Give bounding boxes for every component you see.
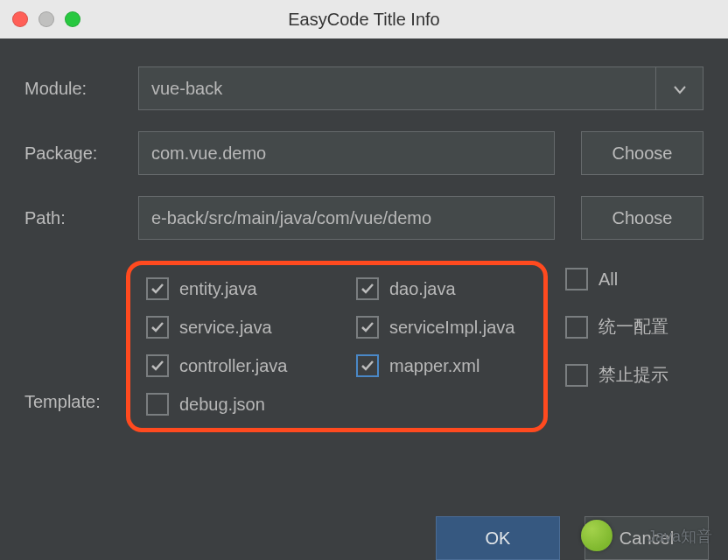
ok-button[interactable]: OK [436, 516, 560, 560]
package-value: com.vue.demo [151, 144, 266, 164]
chevron-down-icon [674, 79, 686, 99]
checkbox-icon [146, 316, 169, 339]
checkbox-icon [146, 393, 169, 416]
checkbox-label: mapper.xml [389, 356, 480, 376]
package-label: Package: [24, 144, 138, 164]
watermark-icon [581, 520, 612, 551]
checkbox-label: debug.json [179, 395, 265, 415]
template-label: Template: [24, 392, 138, 412]
checkbox-icon [356, 277, 379, 300]
path-value: e-back/src/main/java/com/vue/demo [151, 208, 431, 228]
checkbox-label: All [598, 270, 618, 290]
template-highlight: entity.javadao.javaservice.javaserviceIm… [126, 261, 548, 432]
checkbox-label: serviceImpl.java [389, 318, 514, 338]
window-title: EasyCode Title Info [0, 10, 728, 30]
template-option-checkbox[interactable]: 禁止提示 [565, 363, 668, 387]
module-value: vue-back [151, 79, 655, 99]
checkbox-label: service.java [179, 318, 272, 338]
module-dropdown-button[interactable] [655, 67, 703, 109]
template-checkbox[interactable]: controller.java [146, 354, 356, 377]
module-label: Module: [24, 79, 138, 99]
template-options: All统一配置禁止提示 [565, 268, 668, 387]
template-grid: entity.javadao.javaservice.javaserviceIm… [146, 277, 529, 416]
path-input[interactable]: e-back/src/main/java/com/vue/demo [138, 196, 555, 240]
template-option-checkbox[interactable]: 统一配置 [565, 315, 668, 339]
template-checkbox[interactable]: debug.json [146, 393, 356, 416]
checkbox-label: 统一配置 [598, 315, 668, 339]
template-checkbox[interactable]: service.java [146, 316, 356, 339]
watermark-text: Java知音 [648, 526, 712, 547]
module-select[interactable]: vue-back [138, 66, 704, 110]
template-checkbox[interactable]: dao.java [356, 277, 531, 300]
template-checkbox[interactable]: mapper.xml [356, 354, 531, 377]
content: Module: vue-back Package: com.vue.demo C… [0, 38, 728, 452]
checkbox-label: controller.java [179, 356, 287, 376]
checkbox-icon [565, 364, 588, 387]
path-label: Path: [24, 208, 138, 228]
template-option-checkbox[interactable]: All [565, 268, 668, 290]
template-checkbox[interactable]: entity.java [146, 277, 356, 300]
checkbox-label: entity.java [179, 279, 257, 299]
package-choose-button[interactable]: Choose [581, 131, 704, 175]
checkbox-icon [146, 354, 169, 377]
checkbox-icon [146, 277, 169, 300]
titlebar: EasyCode Title Info [0, 0, 728, 38]
package-input[interactable]: com.vue.demo [138, 131, 555, 175]
checkbox-icon [356, 354, 379, 377]
checkbox-icon [565, 316, 588, 339]
checkbox-label: dao.java [389, 279, 456, 299]
path-choose-button[interactable]: Choose [581, 196, 704, 240]
template-checkbox[interactable]: serviceImpl.java [356, 316, 531, 339]
checkbox-icon [565, 268, 588, 290]
checkbox-label: 禁止提示 [598, 363, 668, 387]
checkbox-icon [356, 316, 379, 339]
